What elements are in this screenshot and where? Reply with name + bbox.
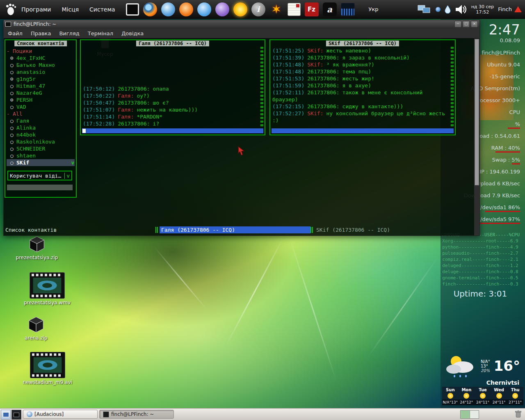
weather-humidity: 20% <box>481 368 490 373</box>
buddy-list-item[interactable]: ○Батько Махно <box>7 62 75 68</box>
chat-message: (17:51:53)261737806:жесть жир! <box>272 75 449 82</box>
finch-taskbar-window[interactable]: SKif (261737806 -- ICQ) <box>310 226 457 233</box>
buddy-status-icon: ⊖ <box>10 75 16 82</box>
weather-low-temp: 13° <box>481 364 490 368</box>
terminal-scrollbar[interactable] <box>474 39 479 235</box>
chat-scrollbar[interactable] <box>260 47 263 127</box>
pidgin-icon[interactable] <box>215 2 229 16</box>
desktop-icon[interactable]: prezentatsiya.wmv <box>16 272 78 306</box>
panel-launchers: i ✶ Fz a <box>126 2 355 16</box>
chat-window-galya-title[interactable]: Галя (261737806 -- ICQ) <box>136 41 209 46</box>
buddy-list-item[interactable]: ○SCHNEIDER <box>7 145 75 152</box>
system-tray: нд 30 сер 17:52 Finch <box>418 4 525 15</box>
keyboard-layout-indicator[interactable]: Укр <box>369 6 379 12</box>
buddy-status-icon: ○ <box>10 89 16 96</box>
panel-menu[interactable]: Програми <box>21 6 51 13</box>
workspace-active[interactable] <box>461 411 470 418</box>
water-drop-icon[interactable] <box>445 5 451 14</box>
buddy-list-item[interactable]: ○n44bok <box>7 131 75 138</box>
close-button[interactable]: ✕ <box>471 21 478 27</box>
info-icon[interactable]: i <box>251 2 265 16</box>
buddy-list-item[interactable]: ○Галя <box>7 117 75 124</box>
buddy-list-scroll-indicator[interactable]: v <box>71 160 74 166</box>
process-row: deluge----------finch----0.8 <box>441 269 520 275</box>
buddy-list-item[interactable]: ⊖4ex_IFxHC <box>7 55 75 62</box>
show-desktop-button[interactable] <box>1 410 11 420</box>
volume-icon[interactable] <box>455 4 467 15</box>
buddy-list-item[interactable]: -All <box>7 110 75 117</box>
chat-input-galya[interactable] <box>82 128 263 133</box>
terminal-menu-item[interactable]: Файл <box>8 30 23 37</box>
buddy-status-icon: ○ <box>10 131 16 138</box>
finch-taskbar-buddylist[interactable]: Список контактів <box>5 226 57 233</box>
clock-time: 17:52 <box>471 9 494 15</box>
network-monitors-icon[interactable] <box>418 5 431 14</box>
message-text: опапа <box>153 86 169 92</box>
workspace-switcher[interactable] <box>460 410 479 419</box>
audacious-icon[interactable]: a <box>323 2 337 16</box>
buddy-status-icon: ○ <box>10 145 16 152</box>
buddy-list-item[interactable]: ○Hitman_47 <box>7 82 75 89</box>
orange-app-icon[interactable] <box>179 2 193 16</box>
finch-taskbar-window[interactable]: Галя (261737806 -- ICQ) <box>155 226 310 233</box>
buddy-list-item[interactable]: ○SKif <box>7 159 75 166</box>
clock-date: нд 30 сер <box>471 4 494 9</box>
terminal-launcher-icon[interactable] <box>126 3 139 16</box>
usage-bar <box>495 151 520 153</box>
message-nick: 261737806: <box>307 55 339 61</box>
terminal-menu-item[interactable]: Правка <box>31 30 51 37</box>
workspace[interactable] <box>470 411 479 418</box>
chat-app-icon[interactable] <box>197 2 211 16</box>
buddy-list-item[interactable]: -Поцики <box>7 48 75 55</box>
panel-clock[interactable]: нд 30 сер 17:52 <box>471 4 494 15</box>
scrollbar-thumb[interactable] <box>475 39 479 185</box>
buddy-list-item[interactable]: ○VAD <box>7 103 75 110</box>
desktop-icon[interactable]: newstadium_m9.avi <box>14 352 81 385</box>
message-text: сиджу в кантакте))) <box>342 103 404 110</box>
terminal-menu-item[interactable]: Термінал <box>88 30 113 37</box>
panel-menu[interactable]: Місця <box>62 6 79 13</box>
message-text: також в мене є консольний <box>342 89 423 96</box>
buddy-list-item[interactable]: ⊖PERSH <box>7 96 75 103</box>
buddy-list-item[interactable]: ⊖g1ng5r <box>7 75 75 82</box>
firefox-icon[interactable] <box>143 2 157 16</box>
sun-app-icon[interactable] <box>233 2 247 16</box>
burst-icon[interactable]: ✶ <box>269 2 283 16</box>
message-timestamp: (17:51:53) <box>272 75 304 82</box>
chat-message: (17:50:22)Галя:оу?) <box>83 92 259 99</box>
desktop-icon[interactable]: arena.zip <box>13 315 59 341</box>
terminal-menu-item[interactable]: Вигляд <box>59 30 79 37</box>
terminal-titlebar[interactable]: finch@LPFinch: ~ ─□✕ <box>4 20 479 28</box>
buddy-list-title: Список контактів <box>14 41 67 46</box>
desktop: Мусор <box>0 0 525 420</box>
buddy-list-item[interactable]: ○shtaen <box>7 152 75 159</box>
desktop-icon[interactable]: prezentatsiya.zip <box>12 235 62 260</box>
buddy-status-icon: ○ <box>10 124 16 131</box>
buddy-list-item[interactable]: ○Raskolnikova <box>7 138 75 145</box>
buddy-list-item[interactable]: ○Alinka <box>7 124 75 131</box>
chat-scrollbar[interactable] <box>451 47 454 127</box>
taskbar-window-button[interactable]: [Audacious] <box>23 410 98 419</box>
update-icon[interactable] <box>436 7 441 12</box>
status-dropdown[interactable]: Користувач віді… v <box>7 171 72 180</box>
taskbar-window-button[interactable]: finch@LPFinch: ~ <box>99 410 174 419</box>
trash-applet-icon[interactable] <box>514 410 523 420</box>
web-browser-icon[interactable] <box>161 2 175 16</box>
filezilla-icon[interactable]: Fz <box>305 2 319 16</box>
minimize-button[interactable]: ─ <box>454 21 461 27</box>
chat-window-skif-title[interactable]: SKif (261737806 -- ICQ) <box>326 41 399 46</box>
gnome-menu-icon[interactable] <box>3 2 17 16</box>
finch-alert[interactable]: Finch <box>498 6 522 12</box>
panel-menu[interactable]: Система <box>89 6 115 13</box>
maximize-button[interactable]: □ <box>463 21 470 27</box>
chat-message: (17:52:15)261737806:сиджу в кантакте))) <box>272 103 449 110</box>
buddy-list-item[interactable]: ○anastasio <box>7 68 75 75</box>
message-nick: 261737806: <box>118 86 150 92</box>
equalizer-icon[interactable] <box>341 3 355 16</box>
chat-input-skif[interactable] <box>272 128 454 133</box>
notes-icon[interactable] <box>288 3 301 16</box>
terminal-menu-item[interactable]: Довідка <box>121 30 144 37</box>
buddy-list-item[interactable]: ○Nazar4eG <box>7 89 75 96</box>
chat-window-galya: Галя (261737806 -- ICQ) (17:50:12)261737… <box>80 39 265 135</box>
terminal-content[interactable]: Список контактів -Поцики ⊖4ex_IFxHC ○Бат… <box>4 39 479 235</box>
